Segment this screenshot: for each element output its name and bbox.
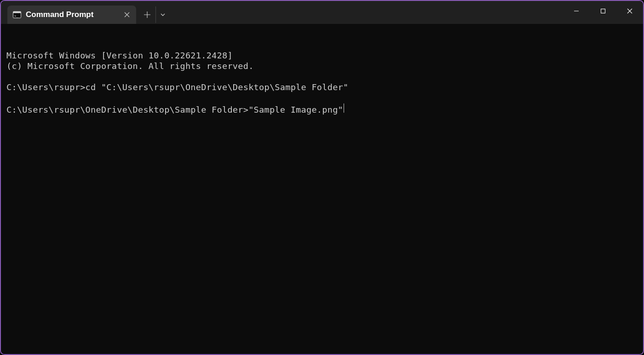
tab-controls: [139, 6, 169, 24]
terminal-input-line[interactable]: C:\Users\rsupr\OneDrive\Desktop\Sample F…: [6, 103, 638, 115]
tab-area: >_ Command Prompt: [1, 1, 136, 24]
svg-rect-1: [13, 11, 21, 13]
minimize-button[interactable]: [563, 2, 590, 20]
terminal-output-line: [6, 93, 638, 103]
window-controls: [563, 2, 643, 20]
tab-title: Command Prompt: [26, 10, 118, 19]
terminal-output-line: (c) Microsoft Corporation. All rights re…: [6, 61, 638, 71]
new-tab-button[interactable]: [139, 6, 155, 23]
terminal-output-line: Microsoft Windows [Version 10.0.22621.24…: [6, 50, 638, 61]
terminal-cursor: [344, 103, 344, 113]
terminal-output-line: [6, 71, 638, 82]
titlebar: >_ Command Prompt: [1, 1, 643, 24]
terminal-body[interactable]: Microsoft Windows [Version 10.0.22621.24…: [1, 24, 643, 354]
tab-close-button[interactable]: [122, 10, 132, 19]
close-window-button[interactable]: [616, 2, 643, 20]
svg-rect-3: [601, 9, 605, 13]
terminal-input-text: "Sample Image.png": [248, 104, 343, 115]
maximize-button[interactable]: [590, 2, 616, 20]
command-prompt-icon: >_: [13, 11, 21, 19]
terminal-prompt: C:\Users\rsupr\OneDrive\Desktop\Sample F…: [6, 104, 248, 115]
tab-command-prompt[interactable]: >_ Command Prompt: [7, 6, 136, 24]
svg-text:>_: >_: [14, 14, 18, 18]
terminal-output-line: C:\Users\rsupr>cd "C:\Users\rsupr\OneDri…: [6, 82, 638, 92]
tab-dropdown-button[interactable]: [155, 6, 169, 23]
